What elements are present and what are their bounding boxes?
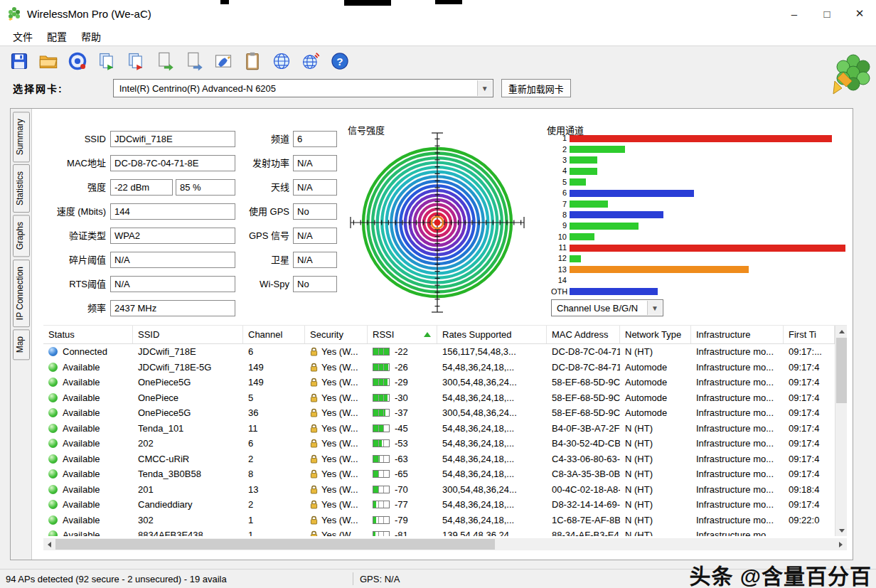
field-value-mac-[interactable]: DC-D8-7C-04-71-8E bbox=[110, 155, 235, 171]
table-row[interactable]: AvailableCandieddiary2Yes (W...-7754,48,… bbox=[43, 497, 847, 513]
chevron-down-icon[interactable]: ▼ bbox=[647, 301, 662, 315]
open-folder-icon[interactable] bbox=[36, 50, 60, 73]
table-row[interactable]: AvailableTenda_3B0B588Yes (W...-6554,48,… bbox=[43, 466, 847, 482]
column-header-label: MAC Address bbox=[552, 329, 608, 340]
app-logo-icon bbox=[7, 6, 21, 21]
column-header-ssid[interactable]: SSID bbox=[133, 326, 243, 343]
table-row[interactable]: Available3021Yes (W...-7954,48,36,24,18,… bbox=[43, 513, 847, 528]
column-header-infrastructure[interactable]: Infrastructure bbox=[691, 326, 784, 343]
column-header-first-ti[interactable]: First Ti bbox=[784, 326, 835, 343]
send-page-icon[interactable] bbox=[153, 50, 176, 73]
scroll-left-arrow-icon[interactable] bbox=[43, 538, 55, 550]
toolbar: ? bbox=[0, 46, 876, 76]
chevron-down-icon[interactable]: ▼ bbox=[477, 80, 492, 96]
channel-row-7: 7 bbox=[551, 198, 850, 209]
field-label-mac-: MAC地址 bbox=[32, 155, 106, 171]
tab-ip-connection[interactable]: IP Connection bbox=[13, 260, 30, 327]
export-pages-icon[interactable] bbox=[95, 50, 118, 73]
cell-network-type: N (HT) bbox=[620, 344, 691, 360]
table-row[interactable]: ConnectedJDCwifi_718E6Yes (W...-22156,11… bbox=[43, 344, 847, 360]
field-value--[interactable]: 6 bbox=[293, 131, 337, 147]
channel-label: 13 bbox=[551, 264, 567, 275]
column-header-mac-address[interactable]: MAC Address bbox=[547, 326, 620, 343]
cell-infrastructure: Infrastructure mo... bbox=[691, 497, 784, 513]
table-row[interactable]: Available2026Yes (W...-5354,48,36,24,18,… bbox=[43, 436, 847, 451]
scroll-down-arrow-icon[interactable] bbox=[835, 525, 848, 536]
menu-item--[interactable]: 帮助 bbox=[74, 27, 108, 46]
table-row[interactable]: AvailableCMCC-uRiR2Yes (W...-6354,48,36,… bbox=[43, 451, 847, 467]
vertical-scroll-thumb[interactable] bbox=[836, 338, 847, 403]
horizontal-scrollbar[interactable] bbox=[43, 538, 847, 550]
column-header-network-type[interactable]: Network Type bbox=[620, 326, 691, 343]
field-value--[interactable]: -22 dBm bbox=[110, 179, 173, 196]
clipboard-icon[interactable] bbox=[240, 50, 264, 73]
rssi-value: -53 bbox=[395, 438, 408, 449]
cell-rssi: -22 bbox=[368, 344, 437, 360]
field-label-rts-: RTS阈值 bbox=[32, 276, 106, 292]
record-icon[interactable] bbox=[65, 50, 89, 73]
scroll-up-arrow-icon[interactable] bbox=[835, 326, 848, 337]
column-header-security[interactable]: Security bbox=[305, 326, 368, 343]
save-icon[interactable] bbox=[7, 50, 31, 73]
field-value--mbits-[interactable]: 144 bbox=[110, 203, 235, 220]
cell-network-type: N (HT) bbox=[620, 513, 691, 528]
adapter-select[interactable]: Intel(R) Centrino(R) Advanced-N 6205 ▼ bbox=[113, 79, 493, 97]
maximize-button[interactable]: □ bbox=[811, 0, 843, 27]
field-value-gps-[interactable]: N/A bbox=[293, 228, 337, 244]
table-row[interactable]: AvailableOnePiece5G36Yes (W...-37300,54,… bbox=[43, 405, 847, 421]
menu-item--[interactable]: 文件 bbox=[6, 27, 40, 46]
table-row[interactable]: AvailableTenda_10111Yes (W...-4554,48,36… bbox=[43, 421, 847, 437]
field-value--[interactable]: N/A bbox=[293, 252, 337, 268]
column-header-label: RSSI bbox=[373, 329, 394, 340]
field-value-rts-[interactable]: N/A bbox=[110, 276, 235, 292]
table-row[interactable]: AvailableOnePiece5G149Yes (W...-29300,54… bbox=[43, 375, 847, 390]
vertical-scrollbar[interactable] bbox=[835, 326, 847, 536]
cell-mac: C4-33-06-80-63-00 bbox=[547, 451, 620, 467]
reload-adapter-button[interactable]: 重新加载网卡 bbox=[501, 79, 571, 97]
scroll-right-arrow-icon[interactable] bbox=[835, 538, 847, 550]
rssi-value: -65 bbox=[395, 469, 408, 479]
status-text: Available bbox=[63, 484, 100, 495]
tab-statistics[interactable]: Statistics bbox=[13, 164, 30, 213]
field-label-wi-spy: Wi-Spy bbox=[218, 276, 289, 292]
channel-bar bbox=[570, 190, 694, 197]
field-value-ssid[interactable]: JDCwifi_718E bbox=[110, 131, 235, 147]
column-header-status[interactable]: Status bbox=[43, 326, 133, 343]
export-pages-alt-icon[interactable] bbox=[124, 50, 147, 73]
horizontal-scroll-thumb[interactable] bbox=[55, 539, 495, 550]
table-row[interactable]: AvailableJDCwifi_718E-5G149Yes (W...-265… bbox=[43, 360, 847, 375]
field-value-wi-spy[interactable]: No bbox=[293, 276, 337, 292]
table-row[interactable]: Available20113Yes (W...-70300,54,48,36,2… bbox=[43, 482, 847, 498]
table-row[interactable]: AvailableOnePiece5Yes (W...-3054,48,36,2… bbox=[43, 390, 847, 406]
field-value--[interactable]: 2437 MHz bbox=[110, 300, 235, 316]
tab-graphs[interactable]: Graphs bbox=[13, 215, 30, 257]
channel-bar bbox=[570, 288, 658, 295]
tab-map[interactable]: Map bbox=[13, 329, 30, 360]
field-value--[interactable]: N/A bbox=[293, 179, 337, 196]
cell-status: Available bbox=[43, 451, 133, 467]
globe-signal-icon[interactable] bbox=[299, 50, 322, 73]
tab-summary[interactable]: Summary bbox=[13, 112, 30, 162]
field-value--[interactable]: N/A bbox=[110, 252, 235, 268]
send-page-alt-icon[interactable] bbox=[182, 50, 205, 73]
menu-item--[interactable]: 配置 bbox=[40, 27, 74, 46]
status-text: 94 APs detected (92 secure - 2 unsecured… bbox=[0, 574, 353, 584]
cell-network-type: N (HT) bbox=[620, 497, 691, 513]
close-button[interactable]: ✕ bbox=[843, 0, 876, 27]
signature-icon[interactable] bbox=[211, 50, 235, 73]
field-value--gps[interactable]: No bbox=[293, 203, 337, 220]
minimize-button[interactable]: – bbox=[778, 0, 811, 27]
security-text: Yes (W... bbox=[321, 377, 358, 387]
column-header-channel[interactable]: Channel bbox=[243, 326, 305, 343]
column-header-rssi[interactable]: RSSI bbox=[368, 326, 437, 343]
status-text: Available bbox=[63, 530, 100, 536]
channel-use-dropdown[interactable]: Channel Use B/G/N ▼ bbox=[551, 299, 663, 316]
column-header-rates-supported[interactable]: Rates Supported bbox=[437, 326, 547, 343]
help-icon[interactable]: ? bbox=[328, 50, 351, 73]
field-value--[interactable]: WPA2 bbox=[110, 228, 235, 244]
cell-first-time: 09:22:0 bbox=[784, 513, 835, 528]
channel-bar bbox=[570, 266, 749, 273]
field-value--[interactable]: N/A bbox=[293, 155, 337, 171]
table-row[interactable]: Available8834AFB3E4381Yes (W...-81139,54… bbox=[43, 528, 847, 536]
globe-icon[interactable] bbox=[269, 50, 293, 73]
